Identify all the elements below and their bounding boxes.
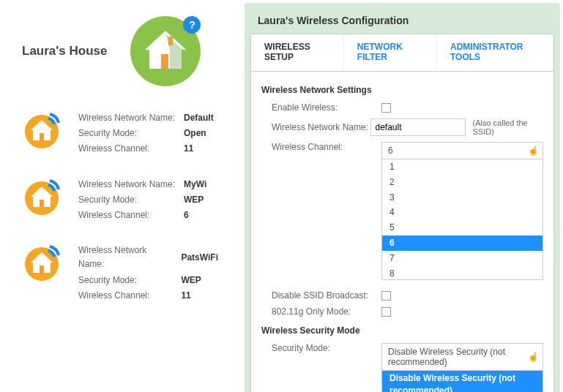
enable-wireless-label: Enable Wireless: (272, 102, 381, 113)
svg-rect-2 (168, 37, 173, 45)
security-mode-select[interactable]: Disable Wireless Security (not recommend… (381, 343, 543, 371)
net-ch-label: Wireless Channel: (78, 208, 182, 222)
house-title: Laura's House (22, 44, 107, 59)
g-only-label: 802.11g Only Mode: (272, 306, 381, 317)
net-sec-label: Security Mode: (78, 127, 182, 140)
svg-rect-1 (161, 54, 168, 69)
channel-option[interactable]: 6 (382, 235, 543, 251)
net-name-label: Wireless Network Name: (78, 111, 182, 125)
channel-option[interactable]: 4 (382, 205, 543, 220)
security-mode-option[interactable]: Disable Wireless Security (not recommend… (382, 371, 543, 392)
svg-rect-6 (40, 200, 44, 207)
net-name-label: Wireless Network Name: (78, 178, 182, 192)
cursor-icon (528, 352, 537, 362)
net-sec-value: Open (184, 127, 221, 140)
config-title: Laura's Wireless Configuration (250, 9, 554, 34)
net-sec-value: WEP (184, 193, 214, 207)
section-wireless-settings: Wireless Network Settings (261, 85, 543, 95)
channel-option[interactable]: 3 (382, 190, 543, 206)
wifi-house-icon (22, 242, 62, 282)
net-sec-value: WEP (181, 274, 225, 287)
network-item: Wireless Network Name:PatsWiFiSecurity M… (22, 242, 227, 304)
net-name-value: Default (184, 111, 221, 125)
tab-wireless-setup[interactable]: WIRELESS SETUP (251, 34, 344, 71)
security-mode-selected: Disable Wireless Security (not recommend… (388, 347, 528, 367)
net-name-value: PatsWiFi (181, 244, 225, 271)
tab-admin-tools[interactable]: ADMINISTRATOR TOOLS (437, 34, 553, 71)
channel-option[interactable]: 5 (382, 220, 543, 235)
network-item: Wireless Network Name:DefaultSecurity Mo… (22, 110, 227, 158)
channel-option[interactable]: 1 (382, 159, 543, 175)
channel-option[interactable]: 7 (382, 251, 543, 266)
net-ch-value: 11 (181, 289, 225, 303)
network-name-input[interactable] (370, 118, 466, 136)
security-mode-label: Security Mode: (272, 343, 381, 353)
net-sec-label: Security Mode: (78, 193, 182, 207)
channel-option[interactable]: 8 (382, 266, 543, 280)
disable-ssid-checkbox[interactable] (381, 291, 391, 301)
network-item: Wireless Network Name:MyWiSecurity Mode:… (22, 176, 227, 225)
svg-rect-8 (40, 265, 44, 273)
network-name-label: Wireless Network Name: (272, 122, 370, 132)
net-ch-value: 6 (184, 208, 214, 222)
net-name-value: MyWi (184, 178, 214, 192)
net-name-label: Wireless Network Name: (78, 244, 179, 271)
net-ch-label: Wireless Channel: (78, 142, 182, 156)
section-security-mode: Wireless Security Mode (261, 325, 543, 336)
net-ch-value: 11 (184, 142, 221, 156)
disable-ssid-label: Disable SSID Broadcast: (272, 290, 381, 301)
g-only-checkbox[interactable] (381, 307, 391, 317)
channel-option[interactable]: 2 (382, 175, 543, 190)
net-ch-label: Wireless Channel: (78, 289, 179, 303)
wifi-house-icon (22, 110, 62, 150)
tab-network-filter[interactable]: NETWORK FILTER (344, 34, 437, 71)
cursor-icon (528, 146, 537, 156)
net-sec-label: Security Mode: (78, 274, 179, 287)
channel-selected-value: 6 (388, 146, 393, 156)
channel-dropdown[interactable]: 1234567891011 (381, 159, 543, 280)
main-house-icon: ? (129, 15, 202, 88)
svg-rect-4 (40, 133, 44, 140)
channel-select[interactable]: 6 (381, 142, 543, 159)
security-mode-dropdown[interactable]: Disable Wireless Security (not recommend… (381, 371, 543, 392)
enable-wireless-checkbox[interactable] (381, 103, 391, 113)
ssid-hint: (Also called the SSID) (473, 118, 544, 136)
channel-label: Wireless Channel: (272, 142, 381, 152)
wifi-house-icon (22, 176, 62, 216)
